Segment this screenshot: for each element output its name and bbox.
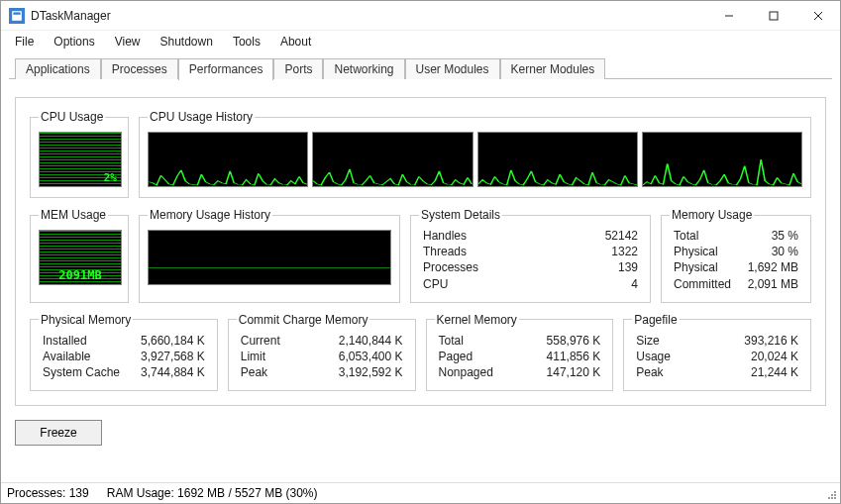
tab-applications[interactable]: Applications xyxy=(15,58,101,79)
system-details-box: System Details Handles52142Threads1322Pr… xyxy=(410,208,651,303)
mem-history-box: Memory Usage History xyxy=(139,208,400,303)
stat-label: System Cache xyxy=(43,364,120,380)
stat-label: Total xyxy=(439,333,493,349)
stat-label: Limit xyxy=(241,349,280,364)
menu-view[interactable]: View xyxy=(107,33,149,50)
stat-value: 4 xyxy=(486,276,638,292)
stat-value: 30 % xyxy=(739,244,798,259)
svg-rect-1 xyxy=(13,12,20,14)
stat-value: 5,660,184 K xyxy=(128,333,205,349)
stat-label: CPU xyxy=(423,276,478,292)
status-bar: Processes: 139 RAM Usage: 1692 MB / 5527… xyxy=(1,482,840,503)
close-button[interactable] xyxy=(795,1,840,30)
stat-label: Handles xyxy=(423,228,478,244)
stat-value: 35 % xyxy=(739,228,798,244)
cpu-usage-value: 2% xyxy=(104,171,117,184)
stat-label: Physical xyxy=(674,259,731,275)
tab-ports[interactable]: Ports xyxy=(273,58,323,79)
mem-usage-legend: MEM Usage xyxy=(39,208,108,222)
freeze-button[interactable]: Freeze xyxy=(15,420,102,446)
tab-processes[interactable]: Processes xyxy=(101,58,178,79)
memory-usage-legend: Memory Usage xyxy=(670,208,754,222)
commit-charge-box: Commit Charge Memory Current2,140,844 KL… xyxy=(228,313,416,392)
menu-options[interactable]: Options xyxy=(46,33,102,50)
system-details-legend: System Details xyxy=(419,208,502,222)
window-title: DTaskManager xyxy=(31,9,706,23)
stat-value: 139 xyxy=(486,259,638,275)
app-icon xyxy=(9,8,25,24)
stat-value: 1,692 MB xyxy=(739,259,798,275)
stat-label: Peak xyxy=(241,364,280,380)
kernel-memory-box: Kernel Memory Total558,976 KPaged411,856… xyxy=(426,313,614,392)
stat-value: 3,744,884 K xyxy=(128,364,205,380)
stat-label: Size xyxy=(636,333,671,349)
stat-value: 2,140,844 K xyxy=(288,333,403,349)
stat-value: 2,091 MB xyxy=(739,276,798,292)
menu-file[interactable]: File xyxy=(7,33,42,50)
tab-strip: ApplicationsProcessesPerformancesPortsNe… xyxy=(1,55,840,79)
svg-rect-10 xyxy=(828,497,830,499)
menu-about[interactable]: About xyxy=(272,33,319,50)
cpu-usage-legend: CPU Usage xyxy=(39,110,105,124)
tab-performances[interactable]: Performances xyxy=(178,58,274,80)
status-ram: RAM Usage: 1692 MB / 5527 MB (30%) xyxy=(107,486,318,500)
stat-label: Available xyxy=(43,349,120,364)
stat-label: Total xyxy=(674,228,731,244)
cpu-history-legend: CPU Usage History xyxy=(148,110,255,124)
svg-rect-9 xyxy=(834,494,836,496)
stat-value: 52142 xyxy=(486,228,638,244)
stat-label: Installed xyxy=(43,333,120,349)
menu-bar: FileOptionsViewShutdownToolsAbout xyxy=(1,31,840,51)
mem-usage-box: MEM Usage 2091MB xyxy=(30,208,129,303)
stat-value: 393,216 K xyxy=(679,333,798,349)
stat-label: Peak xyxy=(636,364,671,380)
status-processes: Processes: 139 xyxy=(7,486,89,500)
maximize-button[interactable] xyxy=(751,1,795,30)
resize-grip-icon[interactable] xyxy=(824,487,838,501)
pagefile-box: Pagefile Size393,216 KUsage20,024 KPeak2… xyxy=(623,313,811,392)
title-bar: DTaskManager xyxy=(1,1,840,31)
stat-label: Threads xyxy=(423,244,478,259)
stat-value: 6,053,400 K xyxy=(288,349,403,364)
stat-label: Processes xyxy=(423,259,478,275)
commit-charge-legend: Commit Charge Memory xyxy=(237,313,370,327)
cpu-history-graph-1 xyxy=(148,132,308,187)
physical-memory-box: Physical Memory Installed5,660,184 KAvai… xyxy=(30,313,218,392)
cpu-usage-box: CPU Usage 2% xyxy=(30,110,129,198)
pagefile-legend: Pagefile xyxy=(632,313,679,327)
tab-kerner-modules[interactable]: Kerner Modules xyxy=(500,58,606,79)
svg-rect-7 xyxy=(834,497,836,499)
commit-charge-stats: Current2,140,844 KLimit6,053,400 KPeak3,… xyxy=(237,333,407,381)
cpu-usage-meter: 2% xyxy=(39,132,122,187)
stat-label: Committed xyxy=(674,276,731,292)
system-details-stats: Handles52142Threads1322Processes139CPU4 xyxy=(419,228,642,292)
stat-value: 147,120 K xyxy=(501,364,600,380)
cpu-history-box: CPU Usage History xyxy=(139,110,811,198)
physical-memory-stats: Installed5,660,184 KAvailable3,927,568 K… xyxy=(39,333,209,381)
stat-value: 411,856 K xyxy=(501,349,600,364)
memory-usage-box: Memory Usage Total35 %Physical30 %Physic… xyxy=(661,208,811,303)
minimize-button[interactable] xyxy=(706,1,751,30)
stat-value: 3,192,592 K xyxy=(288,364,403,380)
stat-value: 558,976 K xyxy=(501,333,600,349)
stat-value: 3,927,568 K xyxy=(128,349,205,364)
menu-shutdown[interactable]: Shutdown xyxy=(153,33,221,50)
pagefile-stats: Size393,216 KUsage20,024 KPeak21,244 K xyxy=(632,333,802,381)
tab-networking[interactable]: Networking xyxy=(323,58,404,79)
mem-history-legend: Memory Usage History xyxy=(148,208,272,222)
stat-value: 1322 xyxy=(486,244,638,259)
stat-label: Nonpaged xyxy=(439,364,493,380)
mem-history-graph xyxy=(148,230,391,285)
cpu-history-graph-3 xyxy=(477,132,638,187)
stat-label: Usage xyxy=(636,349,671,364)
menu-tools[interactable]: Tools xyxy=(225,33,268,50)
memory-usage-stats: Total35 %Physical30 %Physical1,692 MBCom… xyxy=(670,228,802,292)
stat-label: Current xyxy=(241,333,280,349)
svg-rect-8 xyxy=(831,497,833,499)
tab-user-modules[interactable]: User Modules xyxy=(405,58,500,79)
mem-usage-value: 2091MB xyxy=(40,268,121,282)
stat-value: 20,024 K xyxy=(679,349,798,364)
kernel-memory-legend: Kernel Memory xyxy=(435,313,519,327)
performance-panel: CPU Usage 2% CPU Usage History MEM Usage… xyxy=(15,97,826,406)
svg-rect-12 xyxy=(834,491,836,493)
